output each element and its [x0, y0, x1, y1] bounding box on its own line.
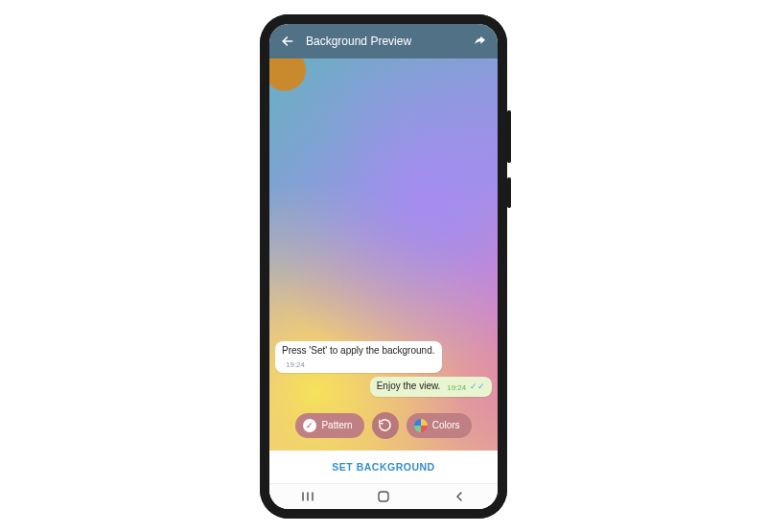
hw-power: [507, 177, 511, 208]
nav-recents[interactable]: [289, 491, 327, 502]
incoming-text: Press 'Set' to apply the background.: [282, 345, 434, 356]
screen: Background Preview Press 'Set' to apply …: [269, 24, 498, 509]
check-icon: ✓: [303, 419, 316, 432]
palette-icon: [414, 419, 428, 432]
rotate-colors-button[interactable]: [372, 412, 399, 439]
share-icon: [472, 34, 487, 49]
phone-frame: Background Preview Press 'Set' to apply …: [260, 14, 507, 519]
app-bar: Background Preview: [269, 24, 498, 58]
background-preview: Press 'Set' to apply the background. 19:…: [269, 58, 498, 451]
nav-home[interactable]: [364, 490, 403, 503]
svg-rect-0: [379, 492, 388, 501]
pattern-label: Pattern: [321, 420, 352, 430]
home-icon: [377, 490, 390, 503]
sample-messages: Press 'Set' to apply the background. 19:…: [275, 341, 492, 401]
colors-label: Colors: [432, 420, 460, 430]
share-button[interactable]: [471, 33, 488, 50]
read-ticks-icon: ✓✓: [470, 382, 485, 391]
outgoing-message: Enjoy the view. 19:24 ✓✓: [370, 377, 492, 397]
nav-back[interactable]: [440, 491, 478, 502]
colors-button[interactable]: Colors: [407, 413, 472, 438]
arrow-left-icon: [280, 34, 295, 49]
set-background-button[interactable]: SET BACKGROUND: [269, 451, 498, 483]
outgoing-time: 19:24: [447, 383, 466, 392]
pattern-button[interactable]: ✓ Pattern: [295, 413, 363, 438]
page-title: Background Preview: [306, 35, 471, 48]
back-icon: [453, 491, 465, 502]
android-nav: [269, 483, 498, 509]
outgoing-text: Enjoy the view.: [377, 381, 441, 391]
back-button[interactable]: [279, 33, 296, 50]
rotate-icon: [378, 418, 392, 432]
bg-controls: ✓ Pattern Colors: [269, 412, 498, 439]
incoming-message: Press 'Set' to apply the background. 19:…: [275, 341, 442, 373]
hw-volume: [507, 110, 511, 163]
incoming-time: 19:24: [286, 360, 305, 369]
set-background-label: SET BACKGROUND: [332, 461, 434, 473]
recents-icon: [301, 491, 314, 502]
